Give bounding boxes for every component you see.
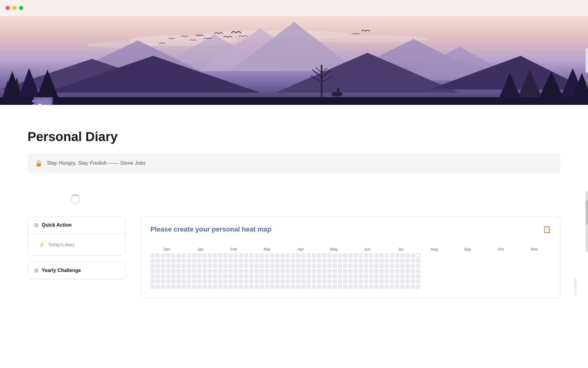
heatmap-cell[interactable] bbox=[176, 279, 181, 284]
heatmap-cell[interactable] bbox=[359, 269, 363, 273]
heatmap-cell[interactable] bbox=[202, 274, 207, 278]
heatmap-cell[interactable] bbox=[223, 259, 228, 263]
heatmap-cell[interactable] bbox=[307, 259, 311, 263]
heatmap-cell[interactable] bbox=[348, 259, 352, 263]
heatmap-cell[interactable] bbox=[291, 285, 295, 289]
heatmap-cell[interactable] bbox=[364, 274, 368, 278]
heatmap-cell[interactable] bbox=[374, 285, 379, 289]
heatmap-cell[interactable] bbox=[348, 269, 352, 273]
heatmap-cell[interactable] bbox=[192, 259, 196, 263]
heatmap-cell[interactable] bbox=[192, 285, 196, 289]
heatmap-cell[interactable] bbox=[379, 274, 384, 278]
heatmap-cell[interactable] bbox=[265, 259, 269, 263]
heatmap-cell[interactable] bbox=[343, 259, 347, 263]
heatmap-cell[interactable] bbox=[213, 264, 217, 268]
heatmap-cell[interactable] bbox=[208, 279, 212, 284]
heatmap-cell[interactable] bbox=[343, 264, 347, 268]
heatmap-cell[interactable] bbox=[218, 279, 222, 284]
heatmap-cell[interactable] bbox=[390, 279, 394, 284]
heatmap-cell[interactable] bbox=[395, 285, 399, 289]
heatmap-cell[interactable] bbox=[395, 264, 399, 268]
heatmap-cell[interactable] bbox=[338, 274, 342, 278]
heatmap-cell[interactable] bbox=[202, 264, 207, 268]
heatmap-cell[interactable] bbox=[395, 269, 399, 273]
heatmap-cell[interactable] bbox=[296, 285, 300, 289]
heatmap-cell[interactable] bbox=[265, 285, 269, 289]
heatmap-cell[interactable] bbox=[176, 274, 181, 278]
heatmap-cell[interactable] bbox=[385, 279, 389, 284]
heatmap-cell[interactable] bbox=[150, 269, 155, 273]
heatmap-cell[interactable] bbox=[192, 279, 196, 284]
heatmap-cell[interactable] bbox=[338, 264, 342, 268]
heatmap-cell[interactable] bbox=[364, 269, 368, 273]
heatmap-cell[interactable] bbox=[296, 259, 300, 263]
heatmap-cell[interactable] bbox=[249, 264, 254, 268]
heatmap-cell[interactable] bbox=[182, 253, 186, 258]
heatmap-cell[interactable] bbox=[270, 253, 274, 258]
heatmap-cell[interactable] bbox=[249, 253, 254, 258]
heatmap-cell[interactable] bbox=[270, 259, 274, 263]
close-button[interactable] bbox=[6, 6, 10, 10]
heatmap-cell[interactable] bbox=[379, 285, 384, 289]
heatmap-cell[interactable] bbox=[327, 269, 332, 273]
heatmap-cell[interactable] bbox=[223, 269, 228, 273]
heatmap-cell[interactable] bbox=[260, 269, 264, 273]
heatmap-cell[interactable] bbox=[322, 285, 326, 289]
heatmap-cell[interactable] bbox=[416, 264, 420, 268]
heatmap-cell[interactable] bbox=[317, 253, 321, 258]
heatmap-cell[interactable] bbox=[369, 269, 373, 273]
heatmap-cell[interactable] bbox=[348, 274, 352, 278]
heatmap-cell[interactable] bbox=[218, 285, 222, 289]
heatmap-cell[interactable] bbox=[244, 264, 248, 268]
heatmap-cell[interactable] bbox=[400, 285, 405, 289]
heatmap-cell[interactable] bbox=[343, 253, 347, 258]
heatmap-cell[interactable] bbox=[343, 285, 347, 289]
heatmap-cell[interactable] bbox=[343, 279, 347, 284]
heatmap-cell[interactable] bbox=[187, 274, 191, 278]
heatmap-cell[interactable] bbox=[281, 279, 285, 284]
heatmap-cell[interactable] bbox=[301, 259, 306, 263]
heatmap-cell[interactable] bbox=[228, 274, 233, 278]
heatmap-cell[interactable] bbox=[317, 285, 321, 289]
heatmap-cell[interactable] bbox=[239, 259, 243, 263]
heatmap-cell[interactable] bbox=[416, 279, 420, 284]
heatmap-cell[interactable] bbox=[150, 253, 155, 258]
heatmap-cell[interactable] bbox=[275, 253, 280, 258]
heatmap-cell[interactable] bbox=[395, 259, 399, 263]
heatmap-cell[interactable] bbox=[171, 269, 175, 273]
heatmap-cell[interactable] bbox=[364, 253, 368, 258]
calendar-icon[interactable]: 📋 bbox=[543, 225, 551, 233]
heatmap-cell[interactable] bbox=[234, 253, 238, 258]
heatmap-cell[interactable] bbox=[348, 279, 352, 284]
heatmap-cell[interactable] bbox=[176, 285, 181, 289]
heatmap-cell[interactable] bbox=[166, 259, 170, 263]
heatmap-cell[interactable] bbox=[265, 269, 269, 273]
heatmap-cell[interactable] bbox=[296, 253, 300, 258]
heatmap-cell[interactable] bbox=[202, 269, 207, 273]
heatmap-cell[interactable] bbox=[390, 264, 394, 268]
heatmap-cell[interactable] bbox=[202, 253, 207, 258]
heatmap-cell[interactable] bbox=[322, 269, 326, 273]
heatmap-cell[interactable] bbox=[239, 264, 243, 268]
heatmap-cell[interactable] bbox=[150, 259, 155, 263]
heatmap-cell[interactable] bbox=[317, 264, 321, 268]
heatmap-cell[interactable] bbox=[312, 259, 316, 263]
heatmap-cell[interactable] bbox=[166, 264, 170, 268]
heatmap-cell[interactable] bbox=[343, 269, 347, 273]
heatmap-cell[interactable] bbox=[182, 269, 186, 273]
heatmap-cell[interactable] bbox=[364, 279, 368, 284]
heatmap-cell[interactable] bbox=[333, 279, 337, 284]
heatmap-cell[interactable] bbox=[317, 259, 321, 263]
heatmap-cell[interactable] bbox=[301, 279, 306, 284]
heatmap-cell[interactable] bbox=[254, 259, 259, 263]
heatmap-cell[interactable] bbox=[182, 264, 186, 268]
scrollbar-track[interactable] bbox=[586, 191, 588, 252]
minimize-button[interactable] bbox=[12, 6, 17, 10]
heatmap-cell[interactable] bbox=[286, 279, 290, 284]
heatmap-cell[interactable] bbox=[379, 264, 384, 268]
heatmap-cell[interactable] bbox=[249, 279, 254, 284]
heatmap-cell[interactable] bbox=[270, 274, 274, 278]
heatmap-cell[interactable] bbox=[286, 269, 290, 273]
heatmap-cell[interactable] bbox=[161, 285, 165, 289]
heatmap-cell[interactable] bbox=[286, 274, 290, 278]
